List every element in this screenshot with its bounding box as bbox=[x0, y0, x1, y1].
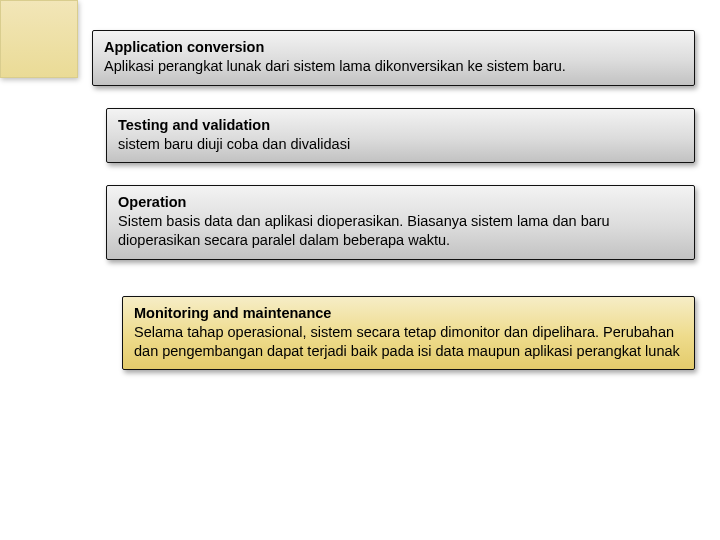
card-application-conversion: Application conversion Aplikasi perangka… bbox=[92, 30, 695, 86]
card-monitoring-maintenance: Monitoring and maintenance Selama tahap … bbox=[122, 296, 695, 371]
card-body: sistem baru diuji coba dan divalidasi bbox=[118, 135, 683, 154]
card-title: Operation bbox=[118, 193, 683, 212]
card-testing-validation: Testing and validation sistem baru diuji… bbox=[106, 108, 695, 164]
card-title: Monitoring and maintenance bbox=[134, 304, 683, 323]
card-operation: Operation Sistem basis data dan aplikasi… bbox=[106, 185, 695, 260]
card-title: Testing and validation bbox=[118, 116, 683, 135]
card-title: Application conversion bbox=[104, 38, 683, 57]
slide-content: Application conversion Aplikasi perangka… bbox=[92, 30, 695, 370]
corner-ornament bbox=[0, 0, 78, 78]
card-body: Sistem basis data dan aplikasi dioperasi… bbox=[118, 212, 683, 250]
card-body: Aplikasi perangkat lunak dari sistem lam… bbox=[104, 57, 683, 76]
card-body: Selama tahap operasional, sistem secara … bbox=[134, 323, 683, 361]
